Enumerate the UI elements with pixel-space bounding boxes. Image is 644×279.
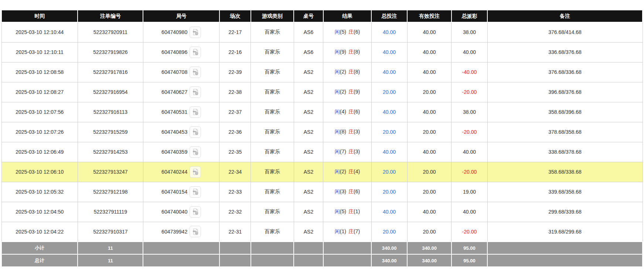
- subtotal-empty-result: [323, 242, 371, 254]
- result-banker-score: (6): [354, 29, 360, 35]
- cell-payout: -20.00: [452, 222, 487, 242]
- payout-value: 40.00: [463, 209, 476, 215]
- result-player-score: (3): [340, 188, 346, 194]
- cell-round-id: 604740896: [143, 42, 219, 62]
- cell-bet-id: 522327915259: [78, 122, 143, 142]
- table-row[interactable]: 2025-03-10 12:08:58 522327917816 6047407…: [1, 62, 643, 82]
- cell-payout: 40.00: [452, 42, 487, 62]
- table-row[interactable]: 2025-03-10 12:06:49 522327914253 6047403…: [1, 142, 643, 162]
- round-id-value: 604740531: [161, 109, 187, 115]
- video-replay-button[interactable]: [190, 67, 201, 78]
- column-header-time: 时间: [1, 10, 78, 22]
- round-id-value: 604740627: [161, 89, 187, 95]
- column-header-valid-bet: 有效投注: [407, 10, 452, 22]
- cell-remark: 319.68/299.68: [487, 222, 643, 242]
- cell-payout: -20.00: [452, 162, 487, 182]
- table-row[interactable]: 2025-03-10 12:07:26 522327915259 6047404…: [1, 122, 643, 142]
- result-player-score: (2): [340, 69, 346, 75]
- round-id-value: 604740896: [161, 49, 187, 55]
- video-replay-button[interactable]: [190, 126, 201, 138]
- video-replay-button[interactable]: [190, 206, 201, 218]
- cell-session: 22-38: [219, 82, 251, 102]
- cell-session: 22-17: [219, 22, 251, 42]
- result-banker-label: 庄: [348, 89, 354, 95]
- result-banker-label: 庄: [348, 29, 354, 35]
- cell-total-bet: 40.00: [371, 62, 407, 82]
- table-row[interactable]: 2025-03-10 12:04:50 522327911119 6047400…: [1, 202, 643, 222]
- cell-bet-id: 522327912198: [78, 182, 143, 202]
- result-player-label: 闲: [335, 169, 340, 174]
- video-replay-button[interactable]: [190, 86, 201, 98]
- result-banker-score: (4): [354, 169, 360, 174]
- cell-game-type: 百家乐: [251, 182, 294, 202]
- cell-valid-bet: 40.00: [407, 62, 452, 82]
- cell-result: 闲(2)庄(8): [323, 62, 371, 82]
- cell-total-bet: 40.00: [371, 102, 407, 122]
- cell-bet-id: 522327920911: [78, 22, 143, 42]
- bet-records-page: 时间 注单编号 局号 场次 游戏类别 桌号 结果 总投注 有效投注 总派彩 备注…: [0, 0, 644, 279]
- cell-round-id: 604740244: [143, 162, 219, 182]
- column-header-session: 场次: [219, 10, 251, 22]
- subtotal-count: 11: [78, 242, 143, 254]
- total-empty-result: [323, 254, 371, 267]
- table-row[interactable]: 2025-03-10 12:05:32 522327912198 6047401…: [1, 182, 643, 202]
- payout-value: -20.00: [462, 229, 477, 235]
- cell-remark: 376.68/336.68: [487, 62, 643, 82]
- bet-records-table: 时间 注单编号 局号 场次 游戏类别 桌号 结果 总投注 有效投注 总派彩 备注…: [1, 10, 643, 267]
- round-id-value: 604740244: [161, 169, 187, 175]
- result-banker-label: 庄: [348, 228, 354, 234]
- cell-bet-id: 522327913247: [78, 162, 143, 182]
- column-header-payout: 总派彩: [452, 10, 487, 22]
- cell-session: 22-32: [219, 202, 251, 222]
- cell-remark: 376.68/414.68: [487, 22, 643, 42]
- cell-table-no: AS2: [294, 82, 323, 102]
- cell-time: 2025-03-10 12:04:50: [1, 202, 78, 222]
- cell-payout: 38.00: [452, 22, 487, 42]
- cell-remark: 358.68/338.68: [487, 162, 643, 182]
- video-replay-button[interactable]: [190, 106, 201, 118]
- cell-game-type: 百家乐: [251, 142, 294, 162]
- result-banker-label: 庄: [348, 129, 354, 135]
- cell-valid-bet: 20.00: [407, 222, 452, 242]
- cell-session: 22-33: [219, 182, 251, 202]
- cell-game-type: 百家乐: [251, 222, 294, 242]
- round-id-value: 604739942: [161, 229, 187, 235]
- video-replay-button[interactable]: [190, 166, 201, 178]
- video-replay-button[interactable]: [190, 27, 201, 38]
- table-row[interactable]: 2025-03-10 12:04:22 522327910317 6047399…: [1, 222, 643, 242]
- result-banker-score: (3): [354, 149, 360, 154]
- cell-result: 闲(3)庄(6): [323, 182, 371, 202]
- subtotal-payout: 95.00: [452, 242, 487, 254]
- cell-time: 2025-03-10 12:06:49: [1, 142, 78, 162]
- table-row[interactable]: 2025-03-10 12:06:10 522327913247 6047402…: [1, 162, 643, 182]
- table-row[interactable]: 2025-03-10 12:10:11 522327919826 6047408…: [1, 42, 643, 62]
- cell-bet-id: 522327919826: [78, 42, 143, 62]
- result-player-score: (4): [340, 109, 346, 115]
- cell-bet-id: 522327916113: [78, 102, 143, 122]
- subtotal-empty-round: [143, 242, 219, 254]
- cell-time: 2025-03-10 12:07:56: [1, 102, 78, 122]
- video-replay-button[interactable]: [190, 47, 201, 58]
- result-banker-score: (9): [354, 89, 360, 95]
- cell-bet-id: 522327911119: [78, 202, 143, 222]
- result-banker-score: (1): [354, 208, 360, 214]
- video-replay-button[interactable]: [190, 186, 201, 198]
- result-banker-label: 庄: [348, 49, 354, 55]
- table-row[interactable]: 2025-03-10 12:07:56 522327916113 6047405…: [1, 102, 643, 122]
- result-player-label: 闲: [335, 149, 340, 154]
- cell-game-type: 百家乐: [251, 202, 294, 222]
- subtotal-empty-game-type: [251, 242, 294, 254]
- payout-value: 19.00: [463, 189, 476, 195]
- cell-bet-id: 522327917816: [78, 62, 143, 82]
- table-row[interactable]: 2025-03-10 12:10:44 522327920911 6047409…: [1, 22, 643, 42]
- video-replay-button[interactable]: [190, 146, 201, 158]
- table-row[interactable]: 2025-03-10 12:08:27 522327916954 6047406…: [1, 82, 643, 102]
- result-player-score: (9): [340, 49, 346, 55]
- video-replay-icon: [191, 168, 200, 176]
- column-header-bet-id: 注单编号: [78, 10, 143, 22]
- cell-time: 2025-03-10 12:06:10: [1, 162, 78, 182]
- cell-total-bet: 40.00: [371, 22, 407, 42]
- header-row: 时间 注单编号 局号 场次 游戏类别 桌号 结果 总投注 有效投注 总派彩 备注: [1, 10, 643, 22]
- cell-time: 2025-03-10 12:04:22: [1, 222, 78, 242]
- video-replay-button[interactable]: [190, 226, 201, 237]
